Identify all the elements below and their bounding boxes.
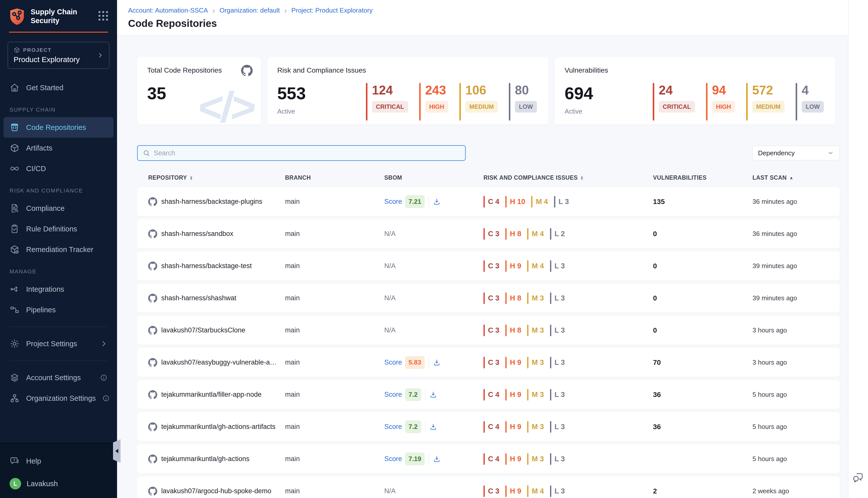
sidebar-item-rule-definitions[interactable]: Rule Definitions xyxy=(0,219,117,239)
last-scan: 2 weeks ago xyxy=(752,487,840,495)
sidebar-item-label: CI/CD xyxy=(26,165,46,173)
sidebar-item-compliance[interactable]: Compliance xyxy=(0,198,117,219)
github-icon xyxy=(148,230,157,238)
issues-cell: C 3H 9M 3L 3 xyxy=(483,357,653,368)
issues-cell: C 3H 8M 3L 3 xyxy=(483,292,653,304)
chat-support-icon[interactable] xyxy=(852,471,864,483)
document-search-icon xyxy=(10,203,19,213)
github-icon xyxy=(148,358,157,367)
card-title: Total Code Repositories xyxy=(147,66,251,74)
pipelines-icon xyxy=(10,305,19,315)
branch: main xyxy=(285,230,384,238)
breadcrumb: Account: Automation-SSCA › Organization:… xyxy=(128,6,848,14)
table-row[interactable]: shash-harness/sandbox main N/A C 3H 8M 4… xyxy=(137,219,840,248)
download-icon[interactable] xyxy=(429,423,437,431)
severity-badge: CRITICAL xyxy=(659,101,695,113)
table-row[interactable]: tejakummarikuntla/filler-app-node main S… xyxy=(137,380,840,409)
user-name: Lavakush xyxy=(27,480,58,488)
branch: main xyxy=(285,294,384,302)
download-icon[interactable] xyxy=(433,455,441,463)
table-row[interactable]: tejakummarikuntla/gh-actions main Score7… xyxy=(137,445,840,473)
vulnerabilities-count: 0 xyxy=(653,326,752,335)
github-icon xyxy=(148,294,157,303)
severity-badge: CRITICAL xyxy=(372,101,408,113)
vulnerabilities-count: 2 xyxy=(653,487,752,495)
repo-name: shash-harness/sandbox xyxy=(161,230,233,238)
project-name: Product Exploratory xyxy=(14,55,97,64)
high-count: H 8 xyxy=(510,326,521,335)
low-count: L 2 xyxy=(555,230,565,238)
table-row[interactable]: lavakush07/StarbucksClone main N/A C 3H … xyxy=(137,316,840,345)
critical-count: C 4 xyxy=(488,423,499,431)
high-count: H 9 xyxy=(510,358,521,367)
sidebar-item-get-started[interactable]: Get Started xyxy=(0,77,117,98)
breadcrumb-organization[interactable]: Organization: default xyxy=(219,6,280,14)
card-title: Vulnerabilities xyxy=(565,66,825,74)
issues-cell: C 4H 9M 3L 3 xyxy=(483,421,653,433)
vulnerabilities-card: Vulnerabilities 694 Active 24CRITICAL 94… xyxy=(555,57,835,124)
search-input[interactable] xyxy=(154,149,460,157)
project-cube-icon xyxy=(14,47,20,53)
sidebar-collapse-handle[interactable] xyxy=(113,439,121,463)
divider xyxy=(429,196,429,208)
chevron-right-icon xyxy=(97,52,104,58)
severity-badge: LOW xyxy=(802,101,824,113)
filter-value: Dependency xyxy=(758,149,794,157)
branch: main xyxy=(285,326,384,334)
sidebar-item-help[interactable]: Help xyxy=(10,451,107,471)
table-row[interactable]: lavakush07/easybuggy-vulnerable-app… mai… xyxy=(137,348,840,377)
active-caption: Active xyxy=(565,107,593,115)
sbom-score-link[interactable]: Score xyxy=(384,198,402,206)
sbom-score-link[interactable]: Score xyxy=(384,423,402,431)
breadcrumb-account[interactable]: Account: Automation-SSCA xyxy=(128,6,208,14)
project-selector[interactable]: PROJECT Product Exploratory xyxy=(8,42,109,69)
last-scan: 3 hours ago xyxy=(752,326,840,334)
sidebar-item-cicd[interactable]: CI/CD xyxy=(0,158,117,179)
low-count: L 3 xyxy=(555,423,565,431)
user-menu[interactable]: L Lavakush xyxy=(10,478,107,489)
code-watermark: </> xyxy=(196,82,257,124)
sidebar-item-pipelines[interactable]: Pipelines xyxy=(0,300,117,320)
sidebar-item-integrations[interactable]: Integrations xyxy=(0,279,117,300)
critical-count: C 3 xyxy=(488,294,499,302)
critical-count: C 4 xyxy=(488,197,499,206)
low-count: L 3 xyxy=(555,262,565,270)
sbom-score-link[interactable]: Score xyxy=(384,455,402,463)
sidebar-item-account-settings[interactable]: Account Settings xyxy=(0,367,117,388)
high-count: H 8 xyxy=(510,230,521,238)
sbom-na: N/A xyxy=(384,487,396,495)
sort-icon[interactable]: ▲▼ xyxy=(190,175,193,180)
breadcrumb-project[interactable]: Project: Product Exploratory xyxy=(291,6,373,14)
branch: main xyxy=(285,487,384,495)
module-switcher-icon[interactable] xyxy=(98,11,108,21)
sidebar-item-code-repositories[interactable]: Code Repositories xyxy=(3,117,113,138)
table-row[interactable]: shash-harness/backstage-plugins main Sco… xyxy=(137,187,840,216)
integrations-icon xyxy=(10,284,19,294)
sort-icon[interactable]: ▲▼ xyxy=(580,175,584,180)
table-row[interactable]: shash-harness/backstage-test main N/A C … xyxy=(137,251,840,280)
table-header: REPOSITORY▲▼ BRANCH SBOM RISK AND COMPLI… xyxy=(137,174,840,181)
sbom-score-link[interactable]: Score xyxy=(384,358,402,366)
severity-badge: MEDIUM xyxy=(752,101,785,113)
table-row[interactable]: shash-harness/shashwat main N/A C 3H 8M … xyxy=(137,284,840,313)
sbom-score-link[interactable]: Score xyxy=(384,391,402,398)
table-row[interactable]: tejakummarikuntla/gh-actions-artifacts m… xyxy=(137,412,840,441)
severity-stats: 24CRITICAL 94HIGH 572MEDIUM 4LOW xyxy=(653,83,824,121)
sidebar-item-project-settings[interactable]: Project Settings xyxy=(0,333,117,354)
download-icon[interactable] xyxy=(433,198,441,206)
sidebar-item-organization-settings[interactable]: Organization Settings xyxy=(0,388,117,408)
issues-cell: C 4H 10M 4L 3 xyxy=(483,196,653,208)
sidebar-item-artifacts[interactable]: Artifacts xyxy=(0,138,117,158)
sidebar-item-remediation-tracker[interactable]: Remediation Tracker xyxy=(0,239,117,260)
branch: main xyxy=(285,391,384,398)
download-icon[interactable] xyxy=(433,359,441,366)
total-repos-card: Total Code Repositories 35 </> xyxy=(137,57,261,124)
dependency-filter-select[interactable]: Dependency xyxy=(752,146,840,160)
vulnerabilities-count: 0 xyxy=(653,230,752,238)
sort-ascending-icon[interactable]: ▲ xyxy=(789,175,793,180)
download-icon[interactable] xyxy=(429,391,437,398)
table-row[interactable]: lavakush07/argocd-hub-spoke-demo main N/… xyxy=(137,477,840,498)
severity-badge: HIGH xyxy=(425,101,448,113)
main-area: Account: Automation-SSCA › Organization:… xyxy=(117,0,848,498)
divider xyxy=(9,327,108,327)
